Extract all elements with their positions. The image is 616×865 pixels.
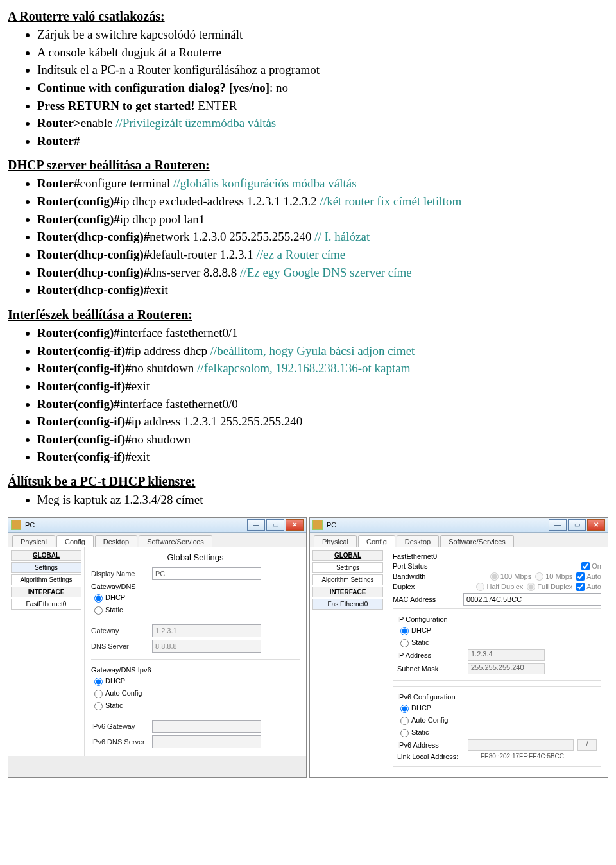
list-item: Router(config-if)#ip address dhcp //beál… [37,343,608,359]
radio-dhcp6[interactable] [94,678,103,686]
label-on: On [592,562,601,570]
label-ipaddr: IP Address [397,651,468,659]
label-ipv6dns: IPv6 DNS Server [91,738,152,746]
list-item: Router(config)#interface fastethernet0/0 [37,396,608,413]
panel-title: Global Settings [91,552,300,562]
list-item: Router(dhcp-config)#dns-server 8.8.8.8 /… [37,264,608,281]
tab-physical[interactable]: Physical [314,535,357,547]
radio-half[interactable] [476,583,484,591]
list-item: Router(config-if)#no shutdown //felkapcs… [37,360,608,377]
radio-auto6[interactable] [94,690,103,698]
label-bandwidth: Bandwidth [393,572,463,580]
label-gateway: Gateway [91,627,152,635]
radio-ipv6-static[interactable] [400,729,409,737]
radio-dhcp[interactable] [94,594,103,603]
list-item: Router(config-if)#ip address 1.2.3.1 255… [37,413,608,430]
ip-config-box: IP Configuration DHCP Static IP Address1… [393,608,601,681]
sidebar-header-interface: INTERFACE [312,587,383,597]
sidebar-item-settings[interactable]: Settings [11,562,81,573]
section-heading: A Routerre való csatlakozás: [8,9,608,24]
tab-config[interactable]: Config [358,535,395,547]
dns-input[interactable] [152,640,261,653]
minimize-button[interactable]: — [549,519,567,531]
window-title: PC [327,521,336,529]
mac-input[interactable] [463,593,601,606]
ipv6gw-input[interactable] [152,720,261,733]
label-mac: MAC Address [393,595,463,603]
list-item: Router(config)#ip dhcp pool lan1 [37,211,608,228]
sidebar-item-algorithm[interactable]: Algorithm Settings [312,574,383,585]
radio-static[interactable] [94,606,103,615]
tabs: Physical Config Desktop Software/Service… [310,533,608,547]
bullet-list: Router#configure terminal //globális kon… [8,175,608,298]
list-item: Press RETURN to get started! ENTER [37,98,608,114]
tab-software[interactable]: Software/Services [440,535,514,547]
subnet-value: 255.255.255.240 [468,663,545,674]
tab-software[interactable]: Software/Services [139,535,212,547]
radio-ip-dhcp[interactable] [400,627,409,635]
radio-ipv6-auto[interactable] [400,717,409,725]
display-name-input[interactable] [152,567,261,580]
radio-100m[interactable] [490,572,499,581]
maximize-button[interactable]: ▭ [568,519,586,531]
ipv6addr-value [468,739,574,751]
radio-static6[interactable] [94,702,103,710]
tab-desktop[interactable]: Desktop [95,535,137,547]
label-ipv6addr: IPv6 Address [397,741,468,749]
sidebar-item-settings[interactable]: Settings [312,562,383,573]
list-item: Router(dhcp-config)#exit [37,282,608,298]
label-dhcp6: DHCP [105,677,125,685]
label-dhcp: DHCP [105,594,125,601]
label-gwdns6: Gateway/DNS Ipv6 [91,666,300,674]
list-item: Indítsuk el a PC-n a Router konfigurálás… [37,62,608,78]
bullet-list: Zárjuk be a switchre kapcsolódó terminál… [8,26,608,149]
sidebar-item-fe0[interactable]: FastEthernet0 [11,599,81,610]
titlebar: PC — ▭ ✕ [310,518,608,533]
radio-10m[interactable] [535,572,543,581]
maximize-button[interactable]: ▭ [266,519,284,531]
sidebar-item-algorithm[interactable]: Algorithm Settings [11,574,81,585]
label-dns: DNS Server [91,642,152,650]
checkbox-bw-auto[interactable] [576,572,585,581]
label-gwdns: Gateway/DNS [91,583,300,590]
titlebar: PC — ▭ ✕ [8,518,306,533]
ipv6-config-box: IPv6 Configuration DHCP Auto Config Stat… [393,686,601,767]
sidebar: GLOBAL Settings Algorithm Settings INTER… [310,547,386,777]
radio-full[interactable] [527,583,535,591]
tab-config[interactable]: Config [56,535,94,547]
label-lla: Link Local Address: [397,753,481,760]
minimize-button[interactable]: — [247,519,265,531]
checkbox-on[interactable] [581,562,590,570]
gateway-input[interactable] [152,624,261,637]
sidebar-header-global: GLOBAL [312,550,383,561]
pc-icon [312,520,323,530]
bullet-list: Router(config)#interface fastethernet0/1… [8,325,608,465]
list-item: Router# [37,133,608,150]
radio-ipv6-dhcp[interactable] [400,705,409,713]
tab-physical[interactable]: Physical [12,535,55,547]
section-heading: Állítsuk be a PC-t DHCP kliensre: [8,474,608,489]
tab-desktop[interactable]: Desktop [397,535,439,547]
list-item: Router(config-if)#exit [37,449,608,465]
radio-ip-static[interactable] [400,639,409,647]
close-button[interactable]: ✕ [587,519,605,531]
bullet-list: Meg is kaptuk az 1.2.3.4/28 címet [8,492,608,508]
list-item: Router(config)#interface fastethernet0/1 [37,325,608,341]
checkbox-dup-auto[interactable] [576,583,585,591]
label-subnet: Subnet Mask [397,665,468,672]
close-button[interactable]: ✕ [286,519,304,531]
label-duplex: Duplex [393,583,463,590]
list-item: Router(config)#ip dhcp excluded-address … [37,193,608,210]
pc-window-fe0: PC — ▭ ✕ Physical Config Desktop Softwar… [309,517,608,778]
label-auto6: Auto Config [105,689,142,697]
label-port-status: Port Status [393,562,463,570]
label-ipv6conf: IPv6 Configuration [397,693,597,701]
sidebar-header-interface: INTERFACE [11,587,81,597]
pc-icon [11,520,21,530]
sidebar-item-fe0[interactable]: FastEthernet0 [312,599,383,610]
ipv6dns-input[interactable] [152,735,261,748]
tabs: Physical Config Desktop Software/Service… [8,533,306,547]
ipv6-prefix: / [578,739,597,751]
ipaddr-value: 1.2.3.4 [468,649,545,661]
list-item: Router(dhcp-config)#default-router 1.2.3… [37,246,608,263]
